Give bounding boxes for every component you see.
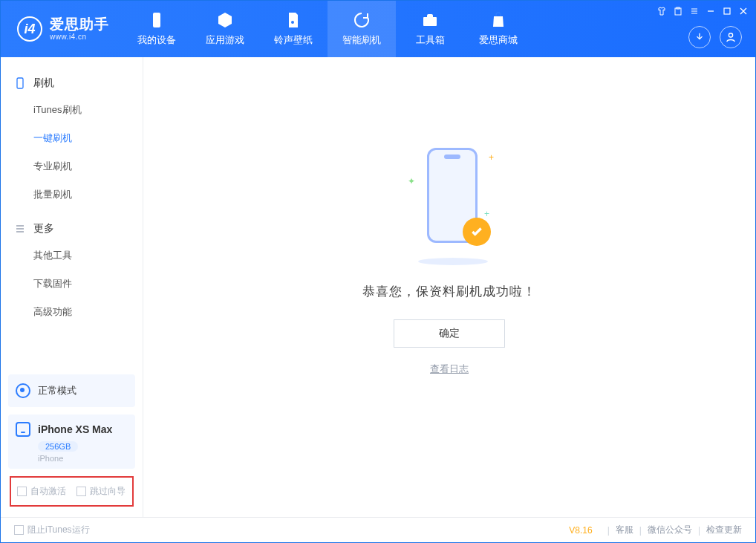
- checkbox-label: 自动激活: [30, 485, 66, 498]
- toolbox-icon: [421, 11, 439, 29]
- minimize-icon[interactable]: [706, 7, 715, 16]
- sidebar-item-advanced[interactable]: 高级功能: [1, 298, 143, 326]
- close-icon[interactable]: [739, 7, 748, 16]
- sidebar-bottom: 正常模式 iPhone XS Max 256GB iPhone: [1, 367, 143, 476]
- nav-my-device[interactable]: 我的设备: [123, 1, 191, 57]
- window-controls: [657, 7, 748, 16]
- refresh-icon: [353, 11, 371, 29]
- user-button[interactable]: [720, 26, 742, 48]
- device-name: iPhone XS Max: [38, 423, 112, 435]
- success-message: 恭喜您，保资料刷机成功啦！: [362, 283, 536, 300]
- cube-icon: [216, 11, 234, 29]
- body: 刷机 iTunes刷机 一键刷机 专业刷机 批量刷机 更多 其他工具 下载固件 …: [1, 57, 755, 517]
- device-type: iPhone: [38, 454, 128, 463]
- view-log-link[interactable]: 查看日志: [430, 362, 469, 376]
- device-icon: [148, 11, 166, 29]
- nav-label: 工具箱: [416, 33, 445, 47]
- confirm-button[interactable]: 确定: [394, 319, 505, 348]
- shirt-icon[interactable]: [657, 7, 666, 16]
- svg-point-1: [291, 21, 294, 24]
- sparkle-icon: ✦: [408, 176, 415, 186]
- sidebar-item-other-tools[interactable]: 其他工具: [1, 241, 143, 270]
- nav-ringtones[interactable]: 铃声壁纸: [259, 1, 328, 57]
- flash-items: iTunes刷机 一键刷机 专业刷机 批量刷机: [1, 96, 143, 216]
- sidebar-item-pro-flash[interactable]: 专业刷机: [1, 152, 143, 181]
- section-label: 更多: [33, 222, 54, 235]
- checkbox-block-itunes[interactable]: 阻止iTunes运行: [14, 524, 90, 536]
- sidebar-section-more: 更多: [1, 216, 143, 241]
- footer-right: V8.16 | 客服 | 微信公众号 | 检查更新: [569, 524, 742, 536]
- nav-store[interactable]: 爱思商城: [464, 1, 532, 57]
- svg-point-6: [729, 33, 732, 37]
- sparkle-icon: +: [489, 152, 494, 163]
- link-check-update[interactable]: 检查更新: [706, 524, 742, 536]
- nav-label: 爱思商城: [479, 33, 518, 47]
- mode-icon: [16, 383, 30, 398]
- link-wechat[interactable]: 微信公众号: [648, 524, 692, 536]
- app-window: i4 爱思助手 www.i4.cn 我的设备 应用游戏 铃声壁纸 智能刷机: [0, 0, 756, 543]
- nav-toolbox[interactable]: 工具箱: [396, 1, 464, 57]
- checkbox-auto-activate[interactable]: 自动激活: [17, 485, 66, 498]
- top-nav: 我的设备 应用游戏 铃声壁纸 智能刷机 工具箱 爱思商城: [123, 1, 532, 57]
- sidebar-item-batch-flash[interactable]: 批量刷机: [1, 181, 143, 209]
- clipboard-icon[interactable]: [674, 7, 682, 16]
- svg-rect-2: [423, 17, 437, 26]
- download-button[interactable]: [688, 26, 711, 48]
- nav-smart-flash[interactable]: 智能刷机: [328, 1, 396, 57]
- phone-outline-icon: [14, 77, 26, 89]
- sidebar-item-one-click-flash[interactable]: 一键刷机: [1, 124, 143, 152]
- check-badge-icon: [463, 218, 491, 246]
- link-support[interactable]: 客服: [616, 524, 633, 536]
- checkbox-label: 阻止iTunes运行: [27, 524, 90, 536]
- mode-card[interactable]: 正常模式: [8, 374, 135, 407]
- device-phone-icon: [16, 422, 30, 437]
- menu-icon[interactable]: [690, 7, 699, 16]
- header-circle-buttons: [688, 26, 742, 48]
- logo-icon: i4: [17, 16, 42, 42]
- nav-label: 应用游戏: [206, 33, 244, 47]
- logo-block: i4 爱思助手 www.i4.cn: [1, 16, 123, 42]
- nav-label: 铃声壁纸: [274, 33, 313, 47]
- sidebar-item-itunes-flash[interactable]: iTunes刷机: [1, 96, 143, 124]
- sidebar-section-flash: 刷机: [1, 71, 143, 96]
- music-file-icon: [284, 11, 302, 29]
- sidebar: 刷机 iTunes刷机 一键刷机 专业刷机 批量刷机 更多 其他工具 下载固件 …: [1, 57, 143, 517]
- nav-label: 我的设备: [137, 33, 176, 47]
- list-icon: [14, 223, 26, 235]
- svg-rect-5: [724, 8, 730, 14]
- version-label: V8.16: [569, 525, 592, 536]
- app-title: 爱思助手: [50, 17, 109, 33]
- status-bar: 阻止iTunes运行 V8.16 | 客服 | 微信公众号 | 检查更新: [1, 517, 755, 542]
- svg-rect-7: [17, 78, 23, 88]
- device-capacity: 256GB: [38, 441, 78, 452]
- app-subtitle: www.i4.cn: [50, 33, 109, 41]
- options-highlight-box: 自动激活 跳过向导: [10, 476, 134, 507]
- section-label: 刷机: [33, 77, 54, 90]
- device-row: iPhone XS Max: [16, 422, 128, 437]
- nav-label: 智能刷机: [342, 33, 381, 47]
- svg-rect-0: [153, 13, 160, 27]
- checkbox-skip-wizard[interactable]: 跳过向导: [76, 485, 126, 498]
- checkbox-box-icon: [76, 487, 86, 496]
- maximize-icon[interactable]: [723, 7, 731, 16]
- checkbox-box-icon: [14, 525, 24, 535]
- sparkle-icon: +: [484, 209, 489, 219]
- mode-label: 正常模式: [38, 384, 76, 397]
- sidebar-item-download-firmware[interactable]: 下载固件: [1, 270, 143, 298]
- bag-icon: [489, 11, 507, 29]
- device-card[interactable]: iPhone XS Max 256GB iPhone: [8, 414, 135, 469]
- main-content: ✦ + + 恭喜您，保资料刷机成功啦！ 确定 查看日志: [143, 57, 755, 517]
- header-bar: i4 爱思助手 www.i4.cn 我的设备 应用游戏 铃声壁纸 智能刷机: [1, 1, 755, 57]
- nav-apps-games[interactable]: 应用游戏: [191, 1, 259, 57]
- checkbox-box-icon: [17, 487, 27, 496]
- more-items: 其他工具 下载固件 高级功能: [1, 241, 143, 334]
- logo-text: 爱思助手 www.i4.cn: [50, 17, 109, 41]
- success-illustration: ✦ + +: [405, 146, 494, 265]
- checkbox-label: 跳过向导: [90, 485, 126, 498]
